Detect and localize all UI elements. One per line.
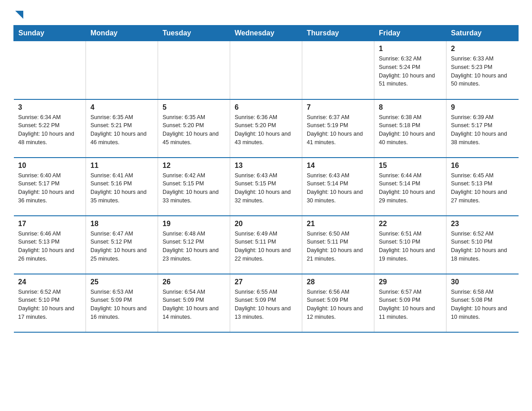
- week-row-3: 10Sunrise: 6:40 AMSunset: 5:17 PMDayligh…: [14, 158, 519, 216]
- day-number: 18: [90, 220, 153, 228]
- week-row-2: 3Sunrise: 6:34 AMSunset: 5:22 PMDaylight…: [14, 99, 519, 158]
- day-info: Sunrise: 6:50 AMSunset: 5:11 PMDaylight:…: [307, 230, 369, 263]
- day-number: 10: [18, 162, 82, 170]
- weekday-header-tuesday: Tuesday: [158, 26, 230, 41]
- day-number: 25: [90, 278, 153, 286]
- day-number: 3: [18, 103, 82, 111]
- day-number: 23: [451, 220, 514, 228]
- calendar-cell: 28Sunrise: 6:56 AMSunset: 5:09 PMDayligh…: [302, 274, 374, 332]
- calendar-cell: 21Sunrise: 6:50 AMSunset: 5:11 PMDayligh…: [302, 216, 374, 274]
- page-header: [13, 9, 519, 21]
- calendar-cell: 16Sunrise: 6:45 AMSunset: 5:13 PMDayligh…: [446, 158, 519, 216]
- day-info: Sunrise: 6:55 AMSunset: 5:09 PMDaylight:…: [235, 288, 297, 321]
- calendar-cell: [302, 41, 374, 99]
- calendar-cell: 30Sunrise: 6:58 AMSunset: 5:08 PMDayligh…: [446, 274, 519, 332]
- day-info: Sunrise: 6:38 AMSunset: 5:18 PMDaylight:…: [379, 113, 442, 147]
- svg-marker-0: [15, 11, 23, 19]
- day-number: 1: [379, 45, 442, 53]
- week-row-1: 1Sunrise: 6:32 AMSunset: 5:24 PMDaylight…: [14, 41, 519, 99]
- day-number: 16: [451, 162, 514, 170]
- day-number: 14: [307, 162, 369, 170]
- day-number: 2: [451, 45, 514, 53]
- calendar-cell: [14, 41, 86, 99]
- day-number: 9: [451, 103, 514, 111]
- day-info: Sunrise: 6:33 AMSunset: 5:23 PMDaylight:…: [451, 55, 514, 88]
- weekday-header-monday: Monday: [86, 26, 158, 41]
- day-info: Sunrise: 6:58 AMSunset: 5:08 PMDaylight:…: [451, 288, 514, 321]
- day-info: Sunrise: 6:48 AMSunset: 5:12 PMDaylight:…: [163, 230, 225, 263]
- calendar-cell: 10Sunrise: 6:40 AMSunset: 5:17 PMDayligh…: [14, 158, 86, 216]
- logo-triangle-icon: [15, 11, 23, 21]
- day-info: Sunrise: 6:52 AMSunset: 5:10 PMDaylight:…: [18, 288, 82, 321]
- calendar-cell: 8Sunrise: 6:38 AMSunset: 5:18 PMDaylight…: [374, 99, 446, 158]
- day-number: 15: [379, 162, 442, 170]
- calendar-cell: 23Sunrise: 6:52 AMSunset: 5:10 PMDayligh…: [446, 216, 519, 274]
- weekday-header-thursday: Thursday: [302, 26, 374, 41]
- calendar-cell: 19Sunrise: 6:48 AMSunset: 5:12 PMDayligh…: [158, 216, 230, 274]
- calendar-cell: 1Sunrise: 6:32 AMSunset: 5:24 PMDaylight…: [374, 41, 446, 99]
- day-info: Sunrise: 6:47 AMSunset: 5:12 PMDaylight:…: [90, 230, 153, 263]
- day-number: 22: [379, 220, 442, 228]
- day-info: Sunrise: 6:49 AMSunset: 5:11 PMDaylight:…: [235, 230, 297, 263]
- day-info: Sunrise: 6:36 AMSunset: 5:20 PMDaylight:…: [235, 113, 297, 147]
- day-number: 13: [235, 162, 297, 170]
- day-number: 29: [379, 278, 442, 286]
- calendar-cell: 25Sunrise: 6:53 AMSunset: 5:09 PMDayligh…: [86, 274, 158, 332]
- day-info: Sunrise: 6:46 AMSunset: 5:13 PMDaylight:…: [18, 230, 82, 263]
- day-number: 28: [307, 278, 369, 286]
- day-number: 17: [18, 220, 82, 228]
- day-number: 27: [235, 278, 297, 286]
- day-info: Sunrise: 6:54 AMSunset: 5:09 PMDaylight:…: [163, 288, 225, 321]
- day-info: Sunrise: 6:42 AMSunset: 5:15 PMDaylight:…: [163, 171, 225, 205]
- calendar-cell: 26Sunrise: 6:54 AMSunset: 5:09 PMDayligh…: [158, 274, 230, 332]
- day-info: Sunrise: 6:52 AMSunset: 5:10 PMDaylight:…: [451, 230, 514, 263]
- day-info: Sunrise: 6:39 AMSunset: 5:17 PMDaylight:…: [451, 113, 514, 147]
- calendar-cell: 14Sunrise: 6:43 AMSunset: 5:14 PMDayligh…: [302, 158, 374, 216]
- calendar-cell: 17Sunrise: 6:46 AMSunset: 5:13 PMDayligh…: [14, 216, 86, 274]
- day-info: Sunrise: 6:43 AMSunset: 5:14 PMDaylight:…: [307, 171, 369, 205]
- day-info: Sunrise: 6:34 AMSunset: 5:22 PMDaylight:…: [18, 113, 82, 147]
- calendar-cell: 12Sunrise: 6:42 AMSunset: 5:15 PMDayligh…: [158, 158, 230, 216]
- day-number: 12: [163, 162, 225, 170]
- day-info: Sunrise: 6:45 AMSunset: 5:13 PMDaylight:…: [451, 171, 514, 205]
- day-number: 6: [235, 103, 297, 111]
- day-number: 8: [379, 103, 442, 111]
- calendar-cell: 4Sunrise: 6:35 AMSunset: 5:21 PMDaylight…: [86, 99, 158, 158]
- day-number: 7: [307, 103, 369, 111]
- weekday-header-saturday: Saturday: [446, 26, 519, 41]
- calendar-cell: 3Sunrise: 6:34 AMSunset: 5:22 PMDaylight…: [14, 99, 86, 158]
- day-info: Sunrise: 6:37 AMSunset: 5:19 PMDaylight:…: [307, 113, 369, 147]
- calendar-cell: 6Sunrise: 6:36 AMSunset: 5:20 PMDaylight…: [230, 99, 302, 158]
- weekday-header-wednesday: Wednesday: [230, 26, 302, 41]
- calendar-cell: 18Sunrise: 6:47 AMSunset: 5:12 PMDayligh…: [86, 216, 158, 274]
- calendar-cell: 11Sunrise: 6:41 AMSunset: 5:16 PMDayligh…: [86, 158, 158, 216]
- week-row-4: 17Sunrise: 6:46 AMSunset: 5:13 PMDayligh…: [14, 216, 519, 274]
- day-info: Sunrise: 6:44 AMSunset: 5:14 PMDaylight:…: [379, 171, 442, 205]
- calendar-cell: 13Sunrise: 6:43 AMSunset: 5:15 PMDayligh…: [230, 158, 302, 216]
- day-number: 30: [451, 278, 514, 286]
- day-info: Sunrise: 6:32 AMSunset: 5:24 PMDaylight:…: [379, 55, 442, 88]
- logo: [13, 9, 23, 21]
- calendar-cell: 5Sunrise: 6:35 AMSunset: 5:20 PMDaylight…: [158, 99, 230, 158]
- day-info: Sunrise: 6:53 AMSunset: 5:09 PMDaylight:…: [90, 288, 153, 321]
- day-info: Sunrise: 6:43 AMSunset: 5:15 PMDaylight:…: [235, 171, 297, 205]
- day-info: Sunrise: 6:35 AMSunset: 5:20 PMDaylight:…: [163, 113, 225, 147]
- calendar-cell: 27Sunrise: 6:55 AMSunset: 5:09 PMDayligh…: [230, 274, 302, 332]
- weekday-header-sunday: Sunday: [14, 26, 86, 41]
- day-info: Sunrise: 6:35 AMSunset: 5:21 PMDaylight:…: [90, 113, 153, 147]
- weekday-header-friday: Friday: [374, 26, 446, 41]
- weekday-header-row: SundayMondayTuesdayWednesdayThursdayFrid…: [14, 26, 519, 41]
- day-number: 26: [163, 278, 225, 286]
- calendar-cell: 15Sunrise: 6:44 AMSunset: 5:14 PMDayligh…: [374, 158, 446, 216]
- calendar-cell: 24Sunrise: 6:52 AMSunset: 5:10 PMDayligh…: [14, 274, 86, 332]
- calendar-cell: 9Sunrise: 6:39 AMSunset: 5:17 PMDaylight…: [446, 99, 519, 158]
- day-number: 5: [163, 103, 225, 111]
- calendar-cell: [86, 41, 158, 99]
- calendar-cell: 29Sunrise: 6:57 AMSunset: 5:09 PMDayligh…: [374, 274, 446, 332]
- day-number: 24: [18, 278, 82, 286]
- day-info: Sunrise: 6:51 AMSunset: 5:10 PMDaylight:…: [379, 230, 442, 263]
- day-number: 21: [307, 220, 369, 228]
- day-number: 11: [90, 162, 153, 170]
- day-info: Sunrise: 6:41 AMSunset: 5:16 PMDaylight:…: [90, 171, 153, 205]
- calendar-cell: [230, 41, 302, 99]
